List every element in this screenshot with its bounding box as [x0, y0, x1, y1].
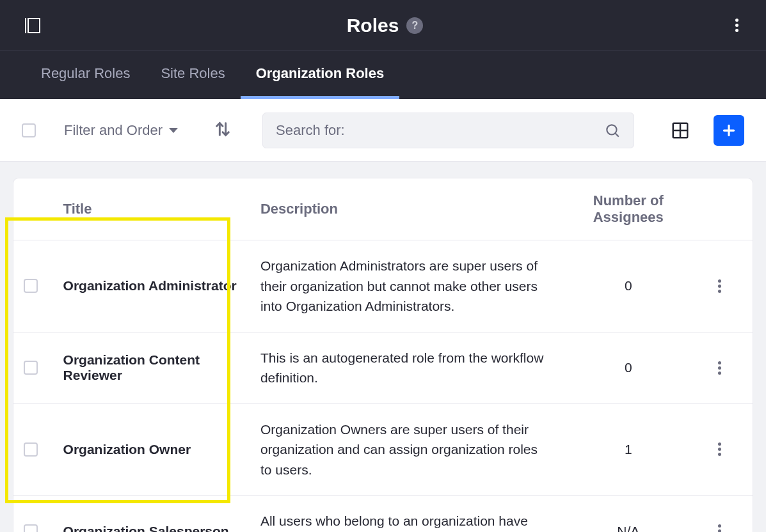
- select-all-checkbox[interactable]: [22, 123, 36, 137]
- tab-organization-roles[interactable]: Organization Roles: [241, 51, 399, 99]
- help-icon[interactable]: ?: [406, 17, 423, 34]
- page-header: Roles ?: [0, 0, 766, 51]
- row-checkbox[interactable]: [24, 524, 38, 533]
- row-assignees: N/A: [555, 496, 701, 533]
- row-title[interactable]: Organization Content Reviewer: [60, 332, 250, 403]
- tabs-bar: Regular Roles Site Roles Organization Ro…: [0, 51, 766, 99]
- table-row[interactable]: Organization Owner Organization Owners a…: [13, 403, 753, 496]
- tab-regular-roles[interactable]: Regular Roles: [26, 51, 145, 99]
- col-title[interactable]: Title: [60, 178, 250, 240]
- row-assignees: 0: [555, 332, 701, 403]
- row-more-menu[interactable]: [712, 360, 727, 375]
- page-title: Roles: [347, 15, 399, 36]
- row-title[interactable]: Organization Administrator: [60, 240, 250, 332]
- roles-table: Title Description Number of Assignees Or…: [13, 178, 753, 532]
- row-checkbox[interactable]: [24, 361, 38, 375]
- row-description: Organization Owners are super users of t…: [250, 403, 555, 496]
- row-assignees: 0: [555, 240, 701, 332]
- filter-order-label: Filter and Order: [64, 122, 163, 139]
- row-more-menu[interactable]: [712, 442, 727, 457]
- svg-point-4: [607, 125, 616, 134]
- chevron-down-icon: [169, 128, 178, 133]
- col-description[interactable]: Description: [250, 178, 555, 240]
- row-description: Organization Administrators are super us…: [250, 240, 555, 332]
- tab-site-roles[interactable]: Site Roles: [145, 51, 240, 99]
- row-more-menu[interactable]: [712, 524, 727, 533]
- header-more-menu[interactable]: [729, 18, 744, 33]
- row-assignees: 1: [555, 403, 701, 496]
- plus-icon: [721, 122, 737, 139]
- row-description: All users who belong to an organization …: [250, 496, 555, 533]
- col-assignees[interactable]: Number of Assignees: [555, 178, 701, 240]
- search-icon: [604, 122, 621, 139]
- view-toggle-button[interactable]: [670, 120, 690, 141]
- row-checkbox[interactable]: [24, 442, 38, 457]
- row-more-menu[interactable]: [712, 278, 727, 293]
- row-description: This is an autogenerated role from the w…: [250, 332, 555, 403]
- content-area: Title Description Number of Assignees Or…: [0, 162, 766, 532]
- svg-rect-1: [28, 19, 40, 33]
- svg-line-5: [616, 133, 619, 136]
- sort-toggle[interactable]: [214, 120, 232, 141]
- table-row[interactable]: Organization Administrator Organization …: [13, 240, 753, 332]
- row-title[interactable]: Organization Owner: [60, 403, 250, 496]
- panel-toggle-icon[interactable]: [22, 16, 41, 35]
- row-checkbox[interactable]: [24, 279, 38, 293]
- row-title[interactable]: Organization Salesperson: [60, 496, 250, 533]
- table-row[interactable]: Organization Content Reviewer This is an…: [13, 332, 753, 403]
- roles-table-card: Title Description Number of Assignees Or…: [13, 178, 753, 532]
- toolbar: Filter and Order: [0, 99, 766, 162]
- table-row[interactable]: Organization Salesperson All users who b…: [13, 496, 753, 533]
- filter-and-order-dropdown[interactable]: Filter and Order: [64, 122, 178, 139]
- add-role-button[interactable]: [714, 115, 744, 146]
- search-input[interactable]: [276, 122, 604, 139]
- search-box[interactable]: [262, 113, 634, 148]
